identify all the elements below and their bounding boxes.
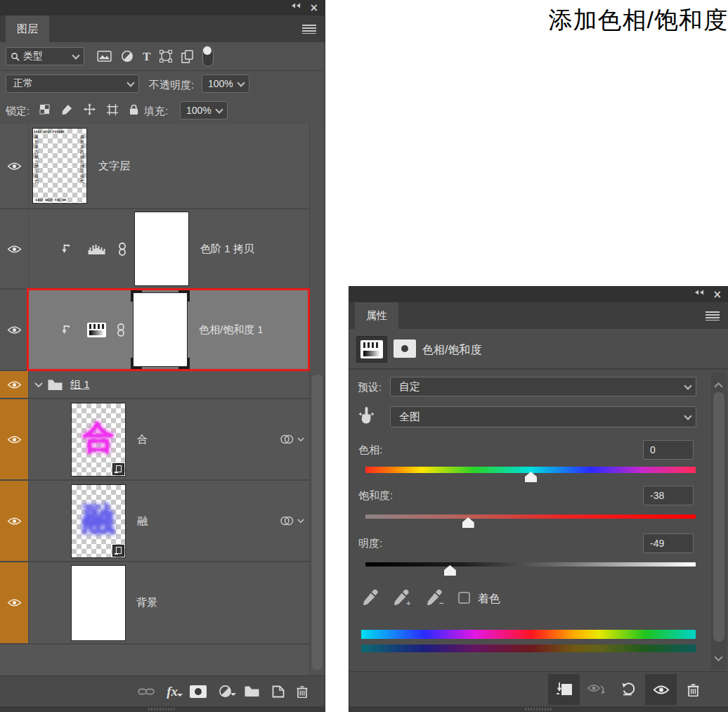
view-previous-state-icon[interactable]	[580, 674, 612, 705]
colorize-checkbox[interactable]	[458, 592, 470, 604]
toggle-visibility-eye-icon[interactable]	[645, 674, 677, 705]
layer-name[interactable]: 色相/饱和度 1	[199, 323, 264, 337]
new-group-icon[interactable]	[244, 685, 260, 697]
visibility-eye-icon[interactable]	[7, 380, 22, 389]
new-layer-icon[interactable]	[272, 685, 285, 698]
smart-object-filter-icon[interactable]	[181, 50, 193, 63]
visibility-eye-icon[interactable]	[7, 245, 22, 254]
channel-dropdown[interactable]: 全图	[390, 406, 696, 427]
group-name[interactable]: 组 1	[70, 378, 90, 391]
smart-object-thumbnail[interactable]: 融	[71, 484, 126, 558]
smart-filter-indicator[interactable]	[280, 434, 304, 444]
mask-link-icon[interactable]	[117, 323, 125, 337]
thumb-text-bottom: ·EAST WEST FUS ON	[34, 198, 86, 202]
saturation-slider-thumb[interactable]	[462, 517, 474, 528]
close-panel-icon[interactable]: ×	[713, 290, 722, 299]
saturation-slider[interactable]	[365, 514, 696, 519]
shape-filter-icon[interactable]	[160, 50, 172, 63]
filter-type-dropdown[interactable]: 类型	[6, 47, 84, 65]
panel-resize-grip[interactable]	[349, 706, 728, 712]
type-filter-icon[interactable]: T	[143, 51, 150, 63]
close-panel-icon[interactable]: ×	[309, 3, 318, 13]
saturation-value-input[interactable]: -38	[643, 486, 694, 505]
tab-layers[interactable]: 图层	[6, 15, 49, 42]
lock-all-icon[interactable]	[129, 104, 138, 115]
layer-styles-fx-icon[interactable]: fx	[167, 685, 178, 698]
layer-thumbnail[interactable]: EAST WEST FUSION · ·EAST WEST FUS ON 兩形東…	[32, 128, 87, 204]
layer-name[interactable]: 文字层	[98, 160, 130, 173]
lightness-slider-thumb[interactable]	[444, 565, 456, 576]
add-layer-mask-icon[interactable]	[190, 685, 207, 698]
filter-toggle[interactable]	[202, 46, 214, 67]
properties-scrollbar[interactable]	[711, 373, 727, 670]
hue-saturation-adjustment-icon[interactable]	[356, 336, 387, 363]
new-adjustment-layer-icon[interactable]	[219, 685, 232, 698]
layer-row-rong[interactable]: 融 融	[0, 481, 310, 562]
layer-name[interactable]: 融	[137, 514, 148, 528]
levels-adjustment-icon[interactable]	[87, 243, 106, 254]
blend-mode-dropdown[interactable]: 正常	[6, 75, 139, 93]
reset-adjustment-icon[interactable]	[613, 674, 644, 705]
fill-dropdown[interactable]: 100%	[180, 101, 228, 119]
smart-filter-indicator[interactable]	[280, 516, 304, 526]
group-expand-chevron-icon[interactable]	[34, 382, 43, 387]
layer-name[interactable]: 背景	[136, 596, 157, 609]
hue-value-input[interactable]: 0	[643, 440, 694, 460]
hue-saturation-adjustment-icon[interactable]	[87, 323, 106, 337]
mask-link-icon[interactable]	[118, 242, 126, 256]
mask-thumbnail[interactable]	[134, 212, 189, 286]
clip-to-layer-icon[interactable]	[548, 674, 580, 705]
smart-object-thumbnail[interactable]: 合	[71, 403, 126, 477]
layer-row-group[interactable]: 组 1	[0, 371, 310, 399]
panel-menu-icon[interactable]	[302, 25, 316, 34]
layer-thumbnail[interactable]	[71, 565, 126, 641]
adjustment-filter-icon[interactable]	[121, 50, 134, 63]
hue-slider[interactable]	[365, 467, 696, 473]
lock-transparent-pixels-icon[interactable]	[39, 104, 50, 115]
lock-artboard-icon[interactable]	[107, 104, 118, 115]
layer-row-hue-saturation[interactable]: 色相/饱和度 1	[0, 290, 310, 371]
link-layers-icon[interactable]	[138, 687, 155, 696]
layer-row-he[interactable]: 合 合	[0, 399, 310, 481]
delete-adjustment-icon[interactable]	[677, 674, 709, 705]
hue-slider-thumb[interactable]	[525, 472, 537, 482]
lock-position-icon[interactable]	[84, 103, 96, 115]
eyedropper-subtract-icon[interactable]: −	[424, 589, 443, 607]
layers-panel: × 图层 类型 T 正常 不透明度: 100% 锁定:	[0, 0, 325, 712]
panel-menu-icon[interactable]	[706, 311, 720, 321]
lock-image-pixels-icon[interactable]	[61, 104, 72, 115]
lightness-slider[interactable]	[365, 562, 696, 567]
layers-scrollbar[interactable]	[309, 124, 325, 675]
opacity-dropdown[interactable]: 100%	[202, 75, 249, 93]
collapse-panel-icon[interactable]	[694, 290, 704, 295]
visibility-eye-icon[interactable]	[7, 162, 22, 171]
preset-dropdown[interactable]: 自定	[390, 377, 696, 396]
pixel-layer-filter-icon[interactable]	[97, 51, 112, 62]
panel-resize-grip[interactable]	[0, 706, 325, 712]
layer-name[interactable]: 色阶 1 拷贝	[200, 242, 254, 256]
layer-row-text[interactable]: EAST WEST FUSION · ·EAST WEST FUS ON 兩形東…	[0, 124, 310, 209]
layer-mask-icon[interactable]	[390, 336, 420, 361]
group-folder-icon[interactable]	[47, 379, 63, 391]
thumb-glyph: 合	[72, 416, 125, 460]
targeted-adjustment-hand-icon[interactable]	[357, 406, 376, 425]
mask-thumbnail-selected[interactable]	[133, 292, 188, 367]
scroll-down-icon[interactable]	[714, 652, 723, 664]
eyedropper-add-icon[interactable]: +	[391, 589, 410, 607]
visibility-eye-icon[interactable]	[7, 325, 22, 335]
layer-name[interactable]: 合	[137, 433, 148, 446]
visibility-eye-icon[interactable]	[7, 598, 22, 607]
eyedropper-sample-icon[interactable]	[360, 589, 379, 607]
layer-row-levels[interactable]: 色阶 1 拷贝	[0, 209, 310, 290]
fill-label: 填充:	[144, 105, 168, 118]
visibility-eye-icon[interactable]	[7, 435, 22, 444]
layers-tabbar: 图层	[0, 15, 325, 42]
lightness-value-input[interactable]: -49	[643, 533, 694, 553]
scroll-up-icon[interactable]	[714, 378, 723, 391]
visibility-eye-icon[interactable]	[7, 517, 22, 526]
tab-properties[interactable]: 属性	[355, 302, 398, 329]
delete-layer-icon[interactable]	[297, 685, 308, 698]
layer-row-background[interactable]: 背景	[0, 562, 310, 645]
collapse-panel-icon[interactable]	[291, 3, 301, 8]
adjustment-header: 色相/饱和度	[349, 330, 728, 370]
